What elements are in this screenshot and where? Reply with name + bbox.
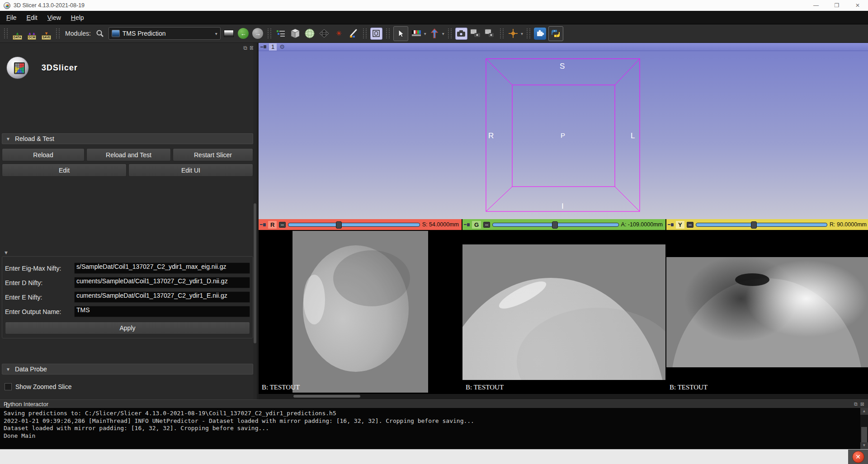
transform-arrow-icon[interactable]	[429, 28, 441, 40]
threed-view-tab[interactable]: 1	[269, 43, 277, 51]
markups-icon[interactable]: ✳	[333, 28, 345, 40]
data-probe-section-header[interactable]: ▼ Data Probe	[2, 364, 253, 375]
save-icon[interactable]: ▼ SAVE	[40, 28, 52, 40]
colors-icon[interactable]	[410, 28, 423, 40]
pin-icon[interactable]	[260, 45, 266, 49]
panel-float-icon[interactable]: ⧉	[854, 401, 858, 407]
mouse-cursor-icon[interactable]	[393, 26, 408, 41]
edit-button[interactable]: Edit	[2, 164, 127, 177]
yellow-slice-slider[interactable]	[696, 223, 827, 227]
close-python-button[interactable]: ✕	[852, 451, 864, 463]
toolbar-grip[interactable]	[4, 28, 8, 38]
scroll-down-icon[interactable]: ▼	[860, 442, 868, 449]
show-zoomed-slice-checkbox[interactable]	[5, 383, 12, 390]
toolbar-grip[interactable]	[386, 28, 390, 38]
menu-file[interactable]: File	[2, 12, 21, 23]
slice-volume-label: B: TESTOUT	[466, 384, 504, 391]
panel-close-icon[interactable]: ⊠	[860, 401, 864, 407]
load-data-icon[interactable]: ▲ DATA	[11, 28, 24, 40]
visibility-icon[interactable]	[687, 222, 693, 228]
panel-float-icon[interactable]: ⧉	[243, 45, 247, 51]
yellow-slice-view[interactable]: B: TESTOUT	[666, 231, 868, 394]
visibility-icon[interactable]	[279, 222, 286, 228]
import-dicom-icon[interactable]: ▲▲ DCM	[26, 28, 38, 40]
red-slice-view[interactable]: B: TESTOUT	[259, 231, 462, 394]
console-scrollbar[interactable]: ▲ ▼	[860, 408, 868, 449]
collapse-triangle-icon[interactable]: ▼	[4, 250, 9, 255]
mesh-diamond-icon[interactable]	[318, 28, 330, 40]
extensions-icon[interactable]	[534, 28, 546, 40]
model-sphere-icon[interactable]	[304, 28, 316, 40]
subject-hierarchy-icon[interactable]	[275, 28, 287, 40]
slider-thumb[interactable]	[751, 221, 757, 229]
toolbar-grip[interactable]	[268, 28, 271, 38]
slicer-app: 3D Slicer 4.13.0-2021-08-19 — ❐ ✕ File E…	[0, 0, 868, 464]
horizontal-scrollbar-thumb[interactable]	[293, 395, 360, 398]
annotate-pen-icon[interactable]	[347, 28, 359, 40]
green-slice-menu[interactable]: G	[472, 221, 481, 229]
red-slice-slider[interactable]	[288, 223, 420, 227]
orientation-label-l: L	[631, 131, 635, 141]
chevron-down-icon[interactable]: ▾	[442, 31, 444, 36]
restore-button[interactable]: ❐	[826, 0, 847, 11]
green-slice-slider[interactable]	[492, 223, 618, 227]
python-console[interactable]: Saving predictions to: C:/Slicer/Slicer …	[0, 408, 868, 449]
toolbar-grip[interactable]	[363, 28, 367, 38]
pin-icon[interactable]	[260, 223, 266, 227]
data-tag: DATA	[13, 35, 22, 40]
horizontal-scrollbar[interactable]	[259, 394, 868, 399]
view-area: 1 ⚙ S R	[259, 43, 868, 399]
menu-help[interactable]: Help	[66, 12, 89, 23]
red-slice-menu[interactable]: R	[268, 221, 277, 229]
gear-icon[interactable]: ⚙	[279, 43, 285, 50]
layout-icon[interactable]	[223, 28, 235, 40]
search-icon[interactable]	[94, 28, 106, 40]
threed-viewport[interactable]: S R P L I	[259, 51, 868, 219]
save-tag: SAVE	[42, 35, 51, 40]
visibility-icon[interactable]	[483, 222, 490, 228]
menu-edit[interactable]: Edit	[22, 12, 42, 23]
scene-view-capture-icon[interactable]	[470, 28, 482, 40]
green-slice-view[interactable]: B: TESTOUT	[462, 231, 665, 394]
chevron-down-icon[interactable]: ▾	[521, 31, 523, 36]
history-forward-icon[interactable]: →	[252, 28, 264, 40]
toolbar-grip[interactable]	[448, 28, 452, 38]
scene-restore-icon[interactable]	[484, 28, 496, 40]
chevron-down-icon[interactable]: ▾	[424, 31, 426, 36]
panel-scrollbar[interactable]	[253, 43, 257, 399]
panel-scrollbar-thumb[interactable]	[254, 203, 256, 343]
close-button[interactable]: ✕	[847, 0, 868, 11]
reload-button[interactable]: Reload	[2, 148, 85, 161]
pin-icon[interactable]	[464, 223, 470, 227]
apply-button[interactable]: Apply	[5, 322, 250, 334]
toolbar-grip[interactable]	[56, 28, 60, 38]
python-icon[interactable]	[548, 26, 563, 41]
history-back-icon[interactable]: ←	[237, 28, 250, 40]
restart-slicer-button[interactable]: Restart Slicer	[173, 148, 253, 161]
volume-cube-icon[interactable]	[289, 28, 302, 40]
d-nifty-input[interactable]: cuments/SampleDat/Coil1_137027_C2_ydir1_…	[74, 277, 250, 288]
green-slice-offset: A: -109.0000mm	[621, 221, 663, 228]
window-capture-icon[interactable]	[370, 28, 382, 40]
reload-test-section-header[interactable]: ▼ Reload & Test	[2, 133, 253, 144]
slider-thumb[interactable]	[552, 221, 558, 229]
edit-ui-button[interactable]: Edit UI	[128, 164, 253, 177]
module-selector[interactable]: TMS Prediction ▾	[108, 27, 221, 40]
output-name-input[interactable]: TMS	[74, 306, 250, 317]
menu-view[interactable]: View	[43, 12, 66, 23]
crosshair-icon[interactable]	[507, 28, 519, 40]
screenshot-icon[interactable]	[455, 28, 467, 40]
toolbar-grip[interactable]	[527, 28, 530, 38]
e-nifty-input[interactable]: cuments/SampleDat/Coil1_137027_C2_ydir1_…	[74, 291, 250, 303]
reload-and-test-button[interactable]: Reload and Test	[86, 148, 171, 161]
yellow-slice-menu[interactable]: Y	[676, 221, 684, 229]
scroll-up-icon[interactable]: ▲	[860, 408, 868, 415]
minimize-button[interactable]: —	[806, 0, 826, 11]
data-probe-title: Data Probe	[15, 366, 47, 373]
console-scrollbar-thumb[interactable]	[861, 427, 867, 442]
slider-thumb[interactable]	[336, 221, 342, 229]
toolbar-grip[interactable]	[500, 28, 504, 38]
pin-icon[interactable]	[668, 223, 674, 227]
slicer-logo-text: 3DSlicer	[42, 63, 78, 73]
eig-max-input[interactable]: s/SampleDat/Coil1_137027_C2_ydir1_max_ei…	[74, 262, 250, 274]
